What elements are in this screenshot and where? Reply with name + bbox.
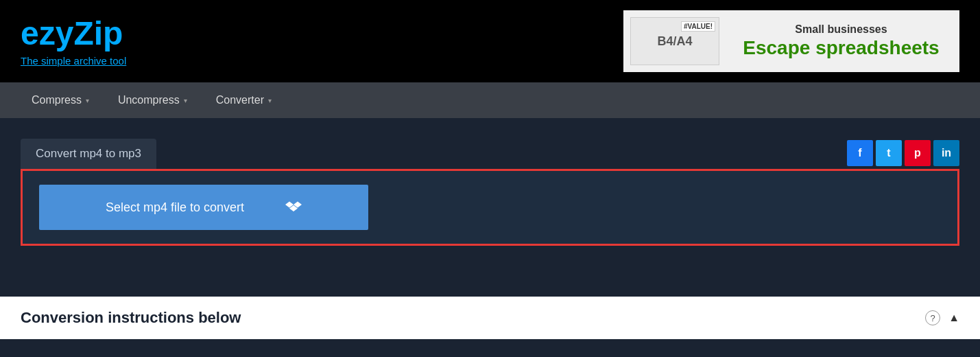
nav-uncompress-arrow: ▾: [184, 97, 187, 104]
twitter-button[interactable]: t: [876, 140, 902, 166]
nav-compress[interactable]: Compress ▾: [21, 84, 100, 116]
nav-compress-label: Compress: [32, 94, 82, 106]
tab-header-row: Convert mp4 to mp3 f t p in: [21, 139, 959, 169]
linkedin-button[interactable]: in: [933, 140, 959, 166]
nav-converter[interactable]: Converter ▾: [205, 84, 283, 116]
social-icons: f t p in: [847, 140, 959, 169]
collapse-icon[interactable]: ▲: [948, 312, 959, 324]
instructions-right: ? ▲: [925, 310, 959, 325]
pinterest-button[interactable]: p: [905, 140, 931, 166]
ad-line2: Escape spreadsheets: [730, 37, 953, 59]
facebook-button[interactable]: f: [847, 140, 873, 166]
instructions-bar: Conversion instructions below ? ▲: [0, 297, 980, 339]
nav-converter-arrow: ▾: [268, 97, 272, 104]
ad-banner[interactable]: B4/A4 Small businesses Escape spreadshee…: [623, 10, 959, 72]
logo: ezyZip: [21, 16, 126, 52]
dropbox-icon: [285, 197, 302, 218]
select-file-label: Select mp4 file to convert: [106, 200, 244, 215]
select-file-button[interactable]: Select mp4 file to convert: [39, 185, 368, 230]
nav-uncompress[interactable]: Uncompress ▾: [107, 84, 198, 116]
logo-ezy: ezy: [21, 15, 73, 51]
nav-uncompress-label: Uncompress: [118, 94, 180, 106]
ad-cell: B4/A4: [630, 17, 719, 65]
tab-label: Convert mp4 to mp3: [21, 139, 156, 169]
instructions-title: Conversion instructions below: [21, 309, 241, 327]
tagline: The simple archive tool: [21, 55, 126, 67]
nav-compress-arrow: ▾: [86, 97, 89, 104]
help-icon[interactable]: ?: [925, 310, 940, 325]
ad-content: B4/A4 Small businesses Escape spreadshee…: [623, 10, 959, 72]
site-header: ezyZip The simple archive tool B4/A4 Sma…: [0, 0, 980, 82]
tagline-suffix: archive tool: [71, 55, 126, 67]
convert-area: Select mp4 file to convert: [21, 169, 959, 246]
logo-zip: Zip: [73, 15, 123, 51]
main-content: Convert mp4 to mp3 f t p in Select mp4 f…: [0, 118, 980, 297]
tagline-link: simple: [41, 55, 71, 67]
ad-cell-label: B4/A4: [657, 34, 692, 49]
nav-converter-label: Converter: [216, 94, 264, 106]
ad-line1: Small businesses: [730, 23, 953, 36]
main-nav: Compress ▾ Uncompress ▾ Converter ▾: [0, 82, 980, 118]
tagline-prefix: The: [21, 55, 41, 67]
ad-text: Small businesses Escape spreadsheets: [730, 23, 953, 59]
logo-area: ezyZip The simple archive tool: [21, 16, 126, 67]
